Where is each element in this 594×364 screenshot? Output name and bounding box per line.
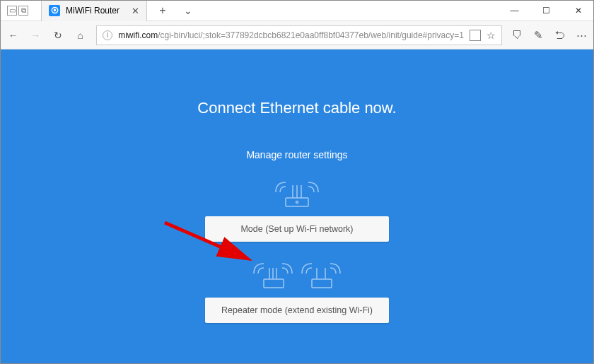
favorite-star-icon[interactable]: ☆ [487, 30, 496, 41]
notes-icon[interactable]: ✎ [534, 29, 543, 42]
router-icon [269, 178, 325, 209]
close-tab-icon[interactable]: ✕ [132, 6, 139, 16]
option-repeater-mode: Repeater mode (extend existing Wi-Fi) [205, 242, 389, 323]
svg-rect-8 [264, 279, 284, 288]
browser-toolbar: ← → ↻ ⌂ i miwifi.com/cgi-bin/luci/;stok=… [0, 21, 594, 49]
page-headline: Connect Ethernet cable now. [197, 99, 396, 117]
url-host: miwifi.com [118, 30, 158, 40]
mode-setup-wifi-button[interactable]: Mode (Set up Wi-Fi network) [205, 216, 389, 242]
share-icon[interactable]: ⮌ [554, 29, 565, 41]
browser-tab[interactable]: ⦿ MiWiFi Router ✕ [41, 0, 147, 21]
app-group-icons: ▭ ⧉ [7, 6, 28, 16]
app-icon: ⧉ [18, 6, 28, 16]
address-bar[interactable]: i miwifi.com/cgi-bin/luci/;stok=377892dc… [96, 25, 502, 45]
svg-point-4 [296, 201, 298, 204]
option-router-mode: Mode (Set up Wi-Fi network) [205, 160, 389, 242]
reading-view-icon[interactable] [470, 30, 481, 41]
window-maximize-button[interactable]: ☐ [530, 0, 562, 21]
page-subhead: Manage router settings [246, 149, 347, 160]
nav-forward-icon: → [30, 30, 42, 41]
settings-more-icon[interactable]: ⋯ [576, 29, 587, 42]
svg-rect-3 [286, 198, 308, 206]
new-tab-button[interactable]: + [153, 4, 173, 17]
svg-rect-11 [312, 279, 332, 288]
tab-title: MiWiFi Router [66, 6, 120, 16]
site-info-icon[interactable]: i [103, 30, 112, 40]
app-icon: ▭ [7, 6, 17, 16]
repeater-mode-button[interactable]: Repeater mode (extend existing Wi-Fi) [205, 298, 389, 323]
nav-refresh-icon[interactable]: ↻ [52, 30, 64, 41]
page-content: Connect Ethernet cable now. Manage route… [0, 49, 594, 364]
window-close-button[interactable]: ✕ [562, 0, 594, 21]
nav-back-icon[interactable]: ← [7, 30, 20, 41]
favorites-icon[interactable]: ⛉ [512, 29, 523, 41]
nav-home-icon[interactable]: ⌂ [74, 30, 87, 41]
window-minimize-button[interactable]: — [499, 0, 530, 21]
tab-actions-icon[interactable]: ⌄ [178, 5, 198, 16]
window-titlebar: ▭ ⧉ ⦿ MiWiFi Router ✕ + ⌄ — ☐ ✕ [0, 0, 594, 21]
url-path: /cgi-bin/luci/;stok=377892dcbcb6821e0aa0… [158, 30, 464, 40]
repeater-icon [251, 259, 343, 290]
miwifi-favicon: ⦿ [49, 5, 60, 16]
